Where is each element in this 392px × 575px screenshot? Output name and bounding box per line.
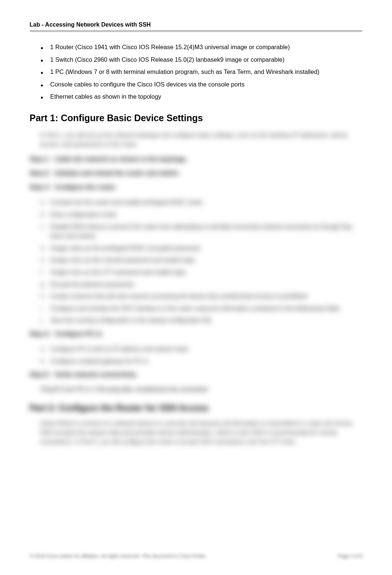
header-divider (30, 30, 362, 32)
sub-item: i.Configure and activate the G0/1 interf… (41, 304, 362, 313)
footer-copyright: © 2018 Cisco and/or its affiliates. All … (30, 553, 207, 559)
step-label: Step 1: (30, 156, 55, 163)
step-row: Step 5: Verify network connectivity. (30, 371, 362, 378)
footer-page-number: Page 2 of 8 (338, 553, 363, 559)
page-header-title: Lab - Accessing Network Devices with SSH (30, 21, 362, 28)
list-item: 1 PC (Windows 7 or 8 with terminal emula… (41, 67, 362, 77)
step-label: Step 5: (30, 371, 55, 378)
part2-intro: Using Telnet to connect to a network dev… (40, 419, 362, 446)
part1-intro: In Part 1, you will set up the network t… (40, 131, 362, 149)
sub-item: h.Create a banner that will warn anyone … (41, 292, 362, 301)
list-item: 1 Router (Cisco 1941 with Cisco IOS Rele… (41, 42, 362, 52)
step3-sublist: a.Console into the router and enable pri… (41, 198, 362, 325)
step-label: Step 2: (30, 170, 55, 177)
sub-item: b.Enter configuration mode. (41, 210, 362, 220)
step-row: Step 4: Configure PC-A. (30, 330, 362, 338)
step-label: Step 3: (30, 184, 55, 191)
sub-item: a.Console into the router and enable pri… (41, 198, 362, 207)
step-row: Step 2: Initialize and reload the router… (30, 170, 362, 177)
sub-item: a.Configure PC-A with an IP address and … (41, 344, 362, 354)
step-title: Configure PC-A. (55, 330, 103, 338)
sub-item: b.Configure a default gateway for PC-A. (41, 357, 362, 366)
list-item: Console cables to configure the Cisco IO… (41, 80, 362, 89)
sub-item: c.Disable DNS lookup to prevent the rout… (41, 222, 362, 241)
page-footer: © 2018 Cisco and/or its affiliates. All … (30, 553, 362, 559)
step-title: Verify network connectivity. (55, 371, 137, 378)
list-item: Ethernet cables as shown in the topology (41, 92, 362, 102)
sub-item: g.Encrypt the plaintext passwords. (41, 280, 362, 289)
step4-sublist: a.Configure PC-A with an IP address and … (41, 344, 362, 366)
sub-item: f.Assign cisco as the VTY password and e… (41, 268, 362, 277)
part1-heading: Part 1: Configure Basic Device Settings (30, 113, 362, 123)
sub-item: e.Assign cisco as the console password a… (41, 255, 362, 265)
step-title: Cable the network as shown in the topolo… (55, 156, 187, 163)
step-title: Initialize and reload the router and swi… (55, 170, 180, 177)
list-item: 1 Switch (Cisco 2960 with Cisco IOS Rele… (41, 55, 362, 65)
step-label: Step 4: (30, 330, 55, 338)
sub-item: d.Assign class as the privileged EXEC en… (41, 244, 362, 253)
step-title: Configure the router. (55, 184, 117, 191)
part2-heading: Part 2: Configure the Router for SSH Acc… (30, 403, 362, 413)
step-row: Step 3: Configure the router. (30, 184, 362, 191)
resources-list: 1 Router (Cisco 1941 with Cisco IOS Rele… (30, 42, 362, 102)
blurred-content: In Part 1, you will set up the network t… (30, 131, 362, 447)
step-row: Step 1: Cable the network as shown in th… (30, 156, 362, 163)
step5-paragraph: Ping R1 from PC-A. If the ping fails, tr… (41, 385, 362, 394)
sub-item: j.Save the running configuration to the … (41, 316, 362, 325)
